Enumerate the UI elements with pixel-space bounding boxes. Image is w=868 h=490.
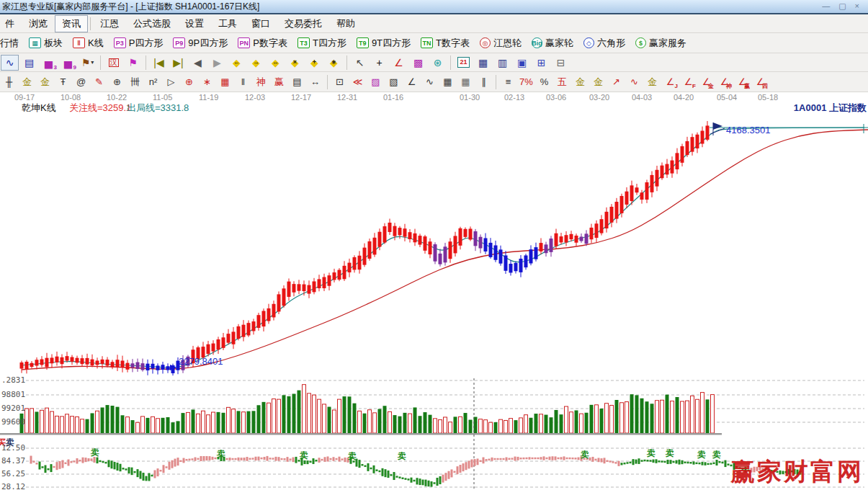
menu-item-0[interactable]: 件: [0, 15, 22, 32]
menu-item-5[interactable]: 设置: [178, 15, 211, 32]
drawing-tool-16-icon[interactable]: ▤: [289, 75, 305, 89]
drawing-tool-40-icon[interactable]: ∠金: [698, 75, 715, 89]
drawing-tool-41-icon[interactable]: ∠神: [716, 75, 733, 89]
first-page-icon[interactable]: |◀: [150, 55, 168, 71]
diamond-cross-icon[interactable]: ◆×: [286, 55, 304, 71]
diamond-plus-icon[interactable]: ◆+: [305, 55, 323, 71]
angle-tool-icon[interactable]: ∠: [390, 55, 408, 71]
menu-item-6[interactable]: 工具: [211, 15, 244, 32]
maximize-button[interactable]: ▢: [838, 1, 846, 11]
t-number-table-button[interactable]: TNT数字表: [416, 35, 475, 51]
chart-3-icon[interactable]: ▅3: [40, 55, 58, 71]
menu-item-9[interactable]: 帮助: [329, 15, 362, 32]
drawing-tool-1-icon[interactable]: 金: [19, 75, 35, 89]
diamond-star-icon[interactable]: ◆∗: [325, 55, 343, 71]
drawing-tool-35-icon[interactable]: ↗: [608, 75, 625, 89]
t-square-button[interactable]: T3T四方形: [292, 35, 352, 51]
axis-label: 84.37: [1, 456, 25, 466]
glyph: 神: [256, 77, 266, 86]
drawing-tool-39-icon[interactable]: ∠F: [680, 75, 697, 89]
diamond-both-icon[interactable]: ◆↔: [267, 55, 285, 71]
quotes-button[interactable]: 行情: [0, 35, 24, 51]
prev-page-icon[interactable]: ◀: [189, 55, 207, 71]
print-icon[interactable]: ⊟: [552, 55, 570, 71]
calendar-icon[interactable]: 21: [455, 55, 473, 71]
diamond-left-icon[interactable]: ◆←: [228, 55, 246, 71]
drawing-tool-3-icon[interactable]: Ŧ: [55, 75, 71, 89]
drawing-tool-4-icon[interactable]: @: [73, 75, 89, 89]
drawing-tool-30-icon[interactable]: 7%: [518, 75, 534, 89]
flag-dropdown-icon[interactable]: ⚑▾: [79, 55, 97, 71]
drawing-tool-42-icon[interactable]: ∠赢: [734, 75, 751, 89]
drawing-tool-2-icon[interactable]: 金: [37, 75, 53, 89]
chart-9-icon[interactable]: ▅9: [59, 55, 77, 71]
crosshair-tool-icon[interactable]: +: [370, 55, 388, 71]
drawing-tool-5-icon[interactable]: ✎: [91, 75, 107, 89]
drawing-tool-37-icon[interactable]: 金: [644, 75, 661, 89]
drawing-tool-43-icon[interactable]: ∠四: [752, 75, 769, 89]
drawing-tool-13-icon[interactable]: ‖: [235, 75, 251, 89]
diamond-right-icon[interactable]: ◆→: [247, 55, 265, 71]
drawing-tool-12-icon[interactable]: ▦: [217, 75, 233, 89]
menu-item-8[interactable]: 交易委托: [277, 15, 329, 32]
gann-wheel-button[interactable]: ◎江恩轮: [475, 35, 527, 51]
drawing-tool-17-icon[interactable]: ↔: [307, 75, 323, 89]
9t-square-button[interactable]: T99T四方形: [352, 35, 416, 51]
drawing-tool-26-icon[interactable]: ▦: [457, 75, 474, 89]
han-tool-icon[interactable]: 汉: [104, 55, 122, 71]
drawing-tool-19-icon[interactable]: ⊡: [331, 75, 348, 89]
menu-item-1[interactable]: 浏览: [22, 15, 55, 32]
drawing-tool-33-icon[interactable]: 金: [572, 75, 589, 89]
drawing-tool-34-icon[interactable]: 金: [590, 75, 607, 89]
formula-tool-icon[interactable]: ∿: [1, 55, 19, 71]
drawing-tool-32-icon[interactable]: 五: [554, 75, 571, 89]
menu-item-7[interactable]: 窗口: [244, 15, 277, 32]
drawing-tool-21-icon[interactable]: ▨: [367, 75, 384, 89]
kline-button[interactable]: ‖K线: [68, 35, 109, 51]
color-flag-icon[interactable]: ⚑: [124, 55, 142, 71]
drawing-tool-11-icon[interactable]: ∗: [199, 75, 215, 89]
p-square-button[interactable]: P3P四方形: [109, 35, 169, 51]
drawing-tool-15-icon[interactable]: 赢: [271, 75, 287, 89]
cyan-burst-tool-icon[interactable]: ⊛: [429, 55, 447, 71]
drawing-tool-9-icon[interactable]: ▷: [163, 75, 179, 89]
close-button[interactable]: ×: [855, 1, 859, 11]
next-page-icon[interactable]: ▶: [208, 55, 226, 71]
p-number-table-button[interactable]: PNP数字表: [233, 35, 292, 51]
menu-item-4[interactable]: 公式选股: [126, 15, 178, 32]
drawing-tool-36-icon[interactable]: ∿: [626, 75, 643, 89]
last-page-icon[interactable]: ▶|: [169, 55, 187, 71]
menu-item-3[interactable]: 江恩: [93, 15, 126, 32]
drawing-tool-7-icon[interactable]: 卌: [127, 75, 143, 89]
drawing-tool-31-icon[interactable]: %: [536, 75, 552, 89]
drawing-tool-10-icon[interactable]: ⊕: [181, 75, 197, 89]
drawing-tool-20-icon[interactable]: ≪: [349, 75, 366, 89]
chart-canvas[interactable]: [0, 92, 868, 490]
drawing-tool-0-icon[interactable]: ╫: [1, 75, 17, 89]
winner-service-button[interactable]: $赢家服务: [630, 35, 692, 51]
save-icon[interactable]: ▣: [513, 55, 531, 71]
drawing-tool-25-icon[interactable]: ▦: [439, 75, 456, 89]
report-icon[interactable]: ▤: [20, 55, 38, 71]
drawing-tool-29-icon[interactable]: ≡: [500, 75, 516, 89]
notepad-icon[interactable]: ▥: [493, 55, 511, 71]
drawing-tool-8-icon[interactable]: n²: [145, 75, 161, 89]
drawing-tool-38-icon[interactable]: ∠J: [662, 75, 679, 89]
purple-grid-tool-icon[interactable]: ▩: [409, 55, 427, 71]
calculator-icon[interactable]: ▦: [474, 55, 492, 71]
drawing-tool-14-icon[interactable]: 神: [253, 75, 269, 89]
drawing-tool-27-icon[interactable]: ∥: [475, 75, 492, 89]
calendar-21-icon: 21: [457, 57, 469, 68]
drawing-tool-6-icon[interactable]: ⊕: [109, 75, 125, 89]
hand-tool-icon[interactable]: ↖: [351, 55, 369, 71]
drawing-tool-23-icon[interactable]: ∠: [403, 75, 420, 89]
hexagon-button[interactable]: ◇六角形: [578, 35, 630, 51]
export-icon[interactable]: ⊞: [532, 55, 550, 71]
minimize-button[interactable]: —: [822, 1, 830, 11]
9p-square-button[interactable]: P99P四方形: [168, 35, 233, 51]
menu-item-2[interactable]: 资讯: [55, 15, 88, 32]
sectors-button[interactable]: ▦板块: [24, 35, 68, 51]
winner-wheel-button[interactable]: Big赢家轮: [527, 35, 578, 51]
drawing-tool-24-icon[interactable]: ∿: [421, 75, 438, 89]
drawing-tool-22-icon[interactable]: ▧: [385, 75, 402, 89]
